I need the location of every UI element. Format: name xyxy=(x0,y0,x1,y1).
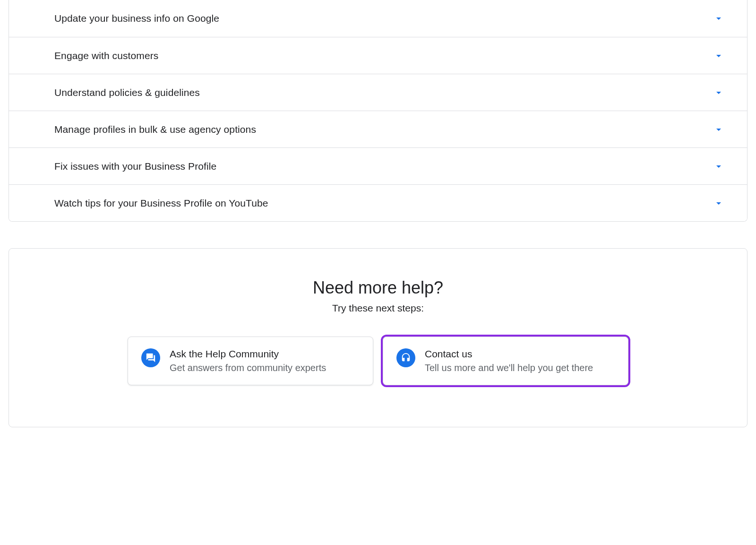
help-card-text: Contact us Tell us more and we'll help y… xyxy=(425,348,593,373)
help-card-contact-us[interactable]: Contact us Tell us more and we'll help y… xyxy=(383,337,628,385)
help-card-community[interactable]: Ask the Help Community Get answers from … xyxy=(128,337,373,385)
accordion-label: Watch tips for your Business Profile on … xyxy=(54,198,268,209)
help-card-desc: Get answers from community experts xyxy=(170,363,326,373)
need-more-help-section: Need more help? Try these next steps: As… xyxy=(9,248,747,427)
help-subtitle: Try these next steps: xyxy=(56,303,700,314)
accordion-label: Engage with customers xyxy=(54,50,158,61)
help-card-title: Contact us xyxy=(425,348,593,360)
accordion-group: Update your business info on Google Enga… xyxy=(9,0,747,222)
accordion-item-fix-issues[interactable]: Fix issues with your Business Profile xyxy=(9,147,747,184)
chevron-down-icon xyxy=(713,161,724,172)
accordion-item-youtube-tips[interactable]: Watch tips for your Business Profile on … xyxy=(9,184,747,221)
help-cards-row: Ask the Help Community Get answers from … xyxy=(56,337,700,385)
accordion-item-engage-customers[interactable]: Engage with customers xyxy=(9,37,747,74)
accordion-label: Fix issues with your Business Profile xyxy=(54,161,216,172)
forum-icon xyxy=(141,348,160,367)
accordion-label: Manage profiles in bulk & use agency opt… xyxy=(54,124,256,135)
help-card-title: Ask the Help Community xyxy=(170,348,326,360)
accordion-label: Understand policies & guidelines xyxy=(54,87,200,98)
help-card-desc: Tell us more and we'll help you get ther… xyxy=(425,363,593,373)
accordion-item-update-business-info[interactable]: Update your business info on Google xyxy=(9,0,747,37)
help-card-text: Ask the Help Community Get answers from … xyxy=(170,348,326,373)
chevron-down-icon xyxy=(713,87,724,98)
headset-icon xyxy=(396,348,415,367)
chevron-down-icon xyxy=(713,13,724,24)
accordion-label: Update your business info on Google xyxy=(54,13,219,24)
chevron-down-icon xyxy=(713,198,724,209)
help-title: Need more help? xyxy=(56,278,700,298)
accordion-item-manage-bulk-agency[interactable]: Manage profiles in bulk & use agency opt… xyxy=(9,111,747,147)
accordion-item-policies-guidelines[interactable]: Understand policies & guidelines xyxy=(9,74,747,111)
chevron-down-icon xyxy=(713,50,724,61)
chevron-down-icon xyxy=(713,124,724,135)
